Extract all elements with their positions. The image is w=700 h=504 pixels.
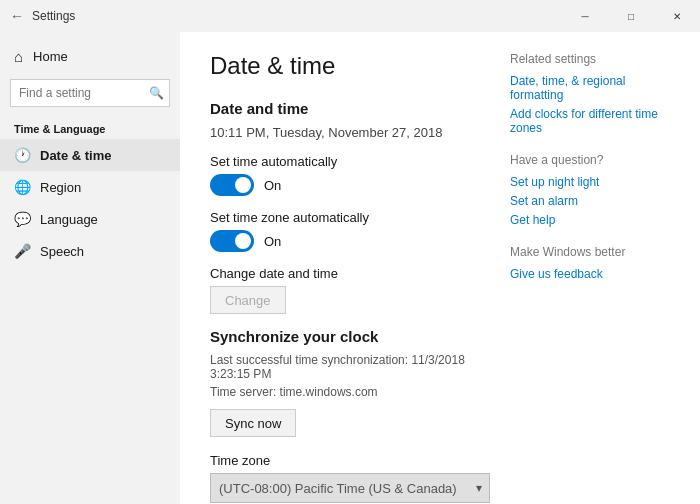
auto-time-label: Set time automatically (210, 154, 470, 169)
date-time-icon: 🕐 (14, 147, 30, 163)
sync-section: Synchronize your clock Last successful t… (210, 328, 470, 437)
current-date-time: 10:11 PM, Tuesday, November 27, 2018 (210, 125, 470, 140)
title-bar-title: Settings (32, 9, 75, 23)
sync-now-button[interactable]: Sync now (210, 409, 296, 437)
auto-timezone-toggle-row: On (210, 230, 470, 252)
sync-server-label: Time server: time.windows.com (210, 385, 470, 399)
alarm-link[interactable]: Set an alarm (510, 194, 680, 208)
sidebar-label-region: Region (40, 180, 81, 195)
minimize-button[interactable]: ─ (562, 0, 608, 32)
auto-time-toggle[interactable] (210, 174, 254, 196)
main-content: Date & time Date and time 10:11 PM, Tues… (180, 32, 500, 504)
sidebar-label-language: Language (40, 212, 98, 227)
auto-timezone-toggle-label: On (264, 234, 281, 249)
auto-time-toggle-label: On (264, 178, 281, 193)
auto-timezone-setting: Set time zone automatically On (210, 210, 470, 252)
page-title: Date & time (210, 52, 470, 80)
auto-time-setting: Set time automatically On (210, 154, 470, 196)
timezone-dropdown[interactable]: (UTC-08:00) Pacific Time (US & Canada) (210, 473, 490, 503)
sidebar-item-speech[interactable]: 🎤 Speech (0, 235, 180, 267)
date-time-section-title: Date and time (210, 100, 470, 117)
sidebar: ⌂ Home 🔍 Time & Language 🕐 Date & time 🌐… (0, 32, 180, 504)
language-icon: 💬 (14, 211, 30, 227)
sidebar-label-date-time: Date & time (40, 148, 112, 163)
sidebar-item-date-time[interactable]: 🕐 Date & time (0, 139, 180, 171)
sync-title: Synchronize your clock (210, 328, 470, 345)
sidebar-label-speech: Speech (40, 244, 84, 259)
sidebar-item-region[interactable]: 🌐 Region (0, 171, 180, 203)
close-button[interactable]: ✕ (654, 0, 700, 32)
sidebar-item-home[interactable]: ⌂ Home (0, 40, 180, 73)
related-settings-section: Related settings Date, time, & regional … (510, 52, 680, 135)
clocks-link[interactable]: Add clocks for different time zones (510, 107, 680, 135)
settings-window: ← Settings ─ □ ✕ ⌂ Home 🔍 Time & Languag… (0, 0, 700, 504)
home-icon: ⌂ (14, 48, 23, 65)
auto-timezone-label: Set time zone automatically (210, 210, 470, 225)
auto-time-toggle-row: On (210, 174, 470, 196)
region-icon: 🌐 (14, 179, 30, 195)
maximize-button[interactable]: □ (608, 0, 654, 32)
question-title: Have a question? (510, 153, 680, 167)
title-bar-left: ← Settings (10, 8, 75, 24)
better-section: Make Windows better Give us feedback (510, 245, 680, 281)
title-bar-controls: ─ □ ✕ (562, 0, 700, 32)
search-icon: 🔍 (149, 86, 164, 100)
feedback-link[interactable]: Give us feedback (510, 267, 680, 281)
search-box: 🔍 (10, 79, 170, 107)
home-label: Home (33, 49, 68, 64)
related-settings-title: Related settings (510, 52, 680, 66)
right-panel: Related settings Date, time, & regional … (500, 32, 700, 504)
change-datetime-setting: Change date and time Change (210, 266, 470, 314)
speech-icon: 🎤 (14, 243, 30, 259)
question-section: Have a question? Set up night light Set … (510, 153, 680, 227)
better-title: Make Windows better (510, 245, 680, 259)
back-icon[interactable]: ← (10, 8, 24, 24)
search-input[interactable] (10, 79, 170, 107)
change-button[interactable]: Change (210, 286, 286, 314)
sidebar-item-language[interactable]: 💬 Language (0, 203, 180, 235)
timezone-setting: Time zone (UTC-08:00) Pacific Time (US &… (210, 453, 470, 503)
content-area: ⌂ Home 🔍 Time & Language 🕐 Date & time 🌐… (0, 32, 700, 504)
title-bar: ← Settings ─ □ ✕ (0, 0, 700, 32)
regional-format-link[interactable]: Date, time, & regional formatting (510, 74, 680, 102)
night-light-link[interactable]: Set up night light (510, 175, 680, 189)
timezone-label: Time zone (210, 453, 470, 468)
auto-timezone-toggle[interactable] (210, 230, 254, 252)
change-datetime-label: Change date and time (210, 266, 470, 281)
sync-last-label: Last successful time synchronization: 11… (210, 353, 470, 381)
timezone-dropdown-wrapper: (UTC-08:00) Pacific Time (US & Canada) (210, 473, 490, 503)
sidebar-section-title: Time & Language (0, 113, 180, 139)
help-link[interactable]: Get help (510, 213, 680, 227)
